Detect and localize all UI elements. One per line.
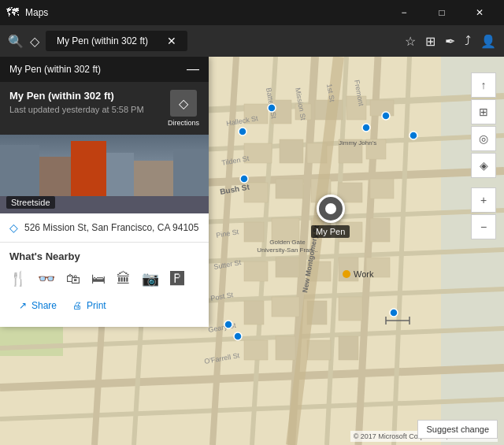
app-icon: 🗺 <box>6 6 19 20</box>
minimize-button[interactable]: − <box>386 0 422 25</box>
panel-minimize-icon[interactable]: — <box>187 63 199 76</box>
pin-circle <box>317 195 345 223</box>
svg-rect-53 <box>339 336 358 360</box>
svg-rect-25 <box>370 100 394 116</box>
nearby-shopping-icon[interactable]: 🛍 <box>66 271 80 287</box>
share-icon[interactable]: ⤴ <box>465 34 471 48</box>
nearby-restaurants-icon[interactable]: 🍴 <box>9 270 27 287</box>
print-label: Print <box>87 300 106 311</box>
toolbar-left: 🔍 ◇ My Pen (within 302 ft) ✕ <box>8 31 187 51</box>
nearby-camera-icon[interactable]: 📷 <box>142 270 159 287</box>
svg-rect-51 <box>276 336 295 360</box>
svg-point-72 <box>268 104 276 112</box>
title-bar-left: 🗺 Maps <box>6 6 48 20</box>
building-4 <box>106 153 134 196</box>
svg-rect-41 <box>244 261 268 281</box>
print-button[interactable]: 🖨 Print <box>72 300 106 311</box>
building-6 <box>173 149 209 196</box>
nearby-title: What's Nearby <box>9 250 199 262</box>
tooltip-close-icon[interactable]: ✕ <box>167 35 176 47</box>
share-button[interactable]: ↗ Share <box>19 300 57 311</box>
panel-info: My Pen (within 302 ft) Last updated yest… <box>0 82 209 135</box>
panel-title: My Pen (within 302 ft) <box>9 64 101 75</box>
maximize-button[interactable]: □ <box>424 0 460 25</box>
svg-rect-27 <box>280 139 303 163</box>
pin-name: My Pen (within 302 ft) <box>9 90 144 102</box>
favorite-places-icon[interactable]: ◇ <box>30 34 39 49</box>
building-5 <box>134 161 173 196</box>
svg-point-75 <box>410 132 417 139</box>
svg-rect-42 <box>276 258 299 277</box>
svg-rect-46 <box>244 301 264 324</box>
nearby-icons-row: 🍴 👓 🛍 🛏 🏛 📷 🅿 <box>9 270 199 287</box>
panel-header: My Pen (within 302 ft) — <box>0 57 209 82</box>
directions-icon: ◇ <box>170 90 197 117</box>
diamond-icon: ◇ <box>9 221 18 234</box>
svg-rect-47 <box>272 297 299 317</box>
work-label[interactable]: Work <box>343 269 373 279</box>
svg-text:Jimmy John's: Jimmy John's <box>339 139 376 146</box>
svg-rect-50 <box>244 340 268 360</box>
search-tooltip: My Pen (within 302 ft) ✕ <box>46 31 187 51</box>
directions-button[interactable]: ◇ Directions <box>168 90 199 127</box>
nearby-hotels-icon[interactable]: 🛏 <box>91 271 106 287</box>
svg-point-71 <box>239 128 246 135</box>
layers-button[interactable]: ⊞ <box>471 99 496 124</box>
suggest-change-button[interactable]: Suggest change <box>417 420 498 439</box>
svg-point-79 <box>390 309 398 317</box>
work-text: Work <box>354 269 373 279</box>
building-2 <box>39 157 71 196</box>
layers-icon[interactable]: ⊞ <box>425 34 435 49</box>
building-1 <box>0 145 39 196</box>
side-panel: My Pen (within 302 ft) — My Pen (within … <box>0 57 209 327</box>
tooltip-text: My Pen (within 302 ft) <box>57 35 148 46</box>
svg-point-76 <box>240 175 248 183</box>
nearby-museums-icon[interactable]: 🏛 <box>117 271 131 287</box>
title-bar-controls: − □ ✕ <box>386 0 498 25</box>
work-dot-icon <box>343 270 350 278</box>
address-text: 526 Mission St, San Francisco, CA 94105 <box>24 222 198 233</box>
account-icon[interactable]: 👤 <box>480 34 496 49</box>
svg-rect-32 <box>276 179 303 198</box>
last-updated: Last updated yesterday at 5:58 PM <box>9 105 144 114</box>
title-bar: 🗺 Maps − □ ✕ <box>0 0 504 25</box>
location-button[interactable]: ◎ <box>471 126 496 151</box>
svg-point-77 <box>224 321 232 328</box>
app-title: Maps <box>25 7 48 18</box>
panel-info-text: My Pen (within 302 ft) Last updated yest… <box>9 90 144 114</box>
building-3 <box>71 141 106 196</box>
action-buttons: ↗ Share 🖨 Print <box>9 297 199 319</box>
svg-rect-36 <box>244 222 264 242</box>
svg-point-73 <box>362 124 370 132</box>
directions-label: Directions <box>168 119 199 127</box>
pen-icon[interactable]: ✒ <box>445 34 455 49</box>
map-pin[interactable]: My Pen <box>311 195 350 238</box>
aerial-button[interactable]: ◈ <box>471 153 496 178</box>
svg-rect-49 <box>339 297 362 321</box>
nearby-section: What's Nearby 🍴 👓 🛍 🛏 🏛 📷 🅿 ↗ Share 🖨 Pr <box>0 243 209 327</box>
svg-text:Golden Gate: Golden Gate <box>269 239 306 246</box>
svg-point-74 <box>382 112 390 120</box>
map-area[interactable]: Halleck St Tilden St Bush St Pine St Sut… <box>0 57 504 445</box>
svg-rect-40 <box>370 218 390 242</box>
north-button[interactable]: ↑ <box>471 72 496 98</box>
nearby-parking-icon[interactable]: 🅿 <box>170 271 184 287</box>
share-label: Share <box>32 300 57 311</box>
streetside-image[interactable]: Streetside <box>0 135 209 213</box>
svg-point-78 <box>234 332 242 340</box>
star-icon[interactable]: ☆ <box>405 34 416 49</box>
svg-rect-35 <box>370 179 394 198</box>
nearby-sights-icon[interactable]: 👓 <box>38 270 55 287</box>
address-section: ◇ 526 Mission St, San Francisco, CA 9410… <box>0 213 209 243</box>
search-icon[interactable]: 🔍 <box>8 34 24 49</box>
toolbar-right: ☆ ⊞ ✒ ⤴ 👤 <box>405 34 496 49</box>
app-toolbar: 🔍 ◇ My Pen (within 302 ft) ✕ ☆ ⊞ ✒ ⤴ 👤 <box>0 25 504 57</box>
svg-rect-52 <box>307 340 331 360</box>
zoom-out-button[interactable]: − <box>471 214 496 239</box>
pin-inner <box>325 203 336 214</box>
streetside-label: Streetside <box>6 196 55 209</box>
close-button[interactable]: ✕ <box>461 0 498 25</box>
zoom-in-button[interactable]: + <box>471 187 496 213</box>
print-icon: 🖨 <box>72 300 82 311</box>
share-icon: ↗ <box>19 300 27 311</box>
